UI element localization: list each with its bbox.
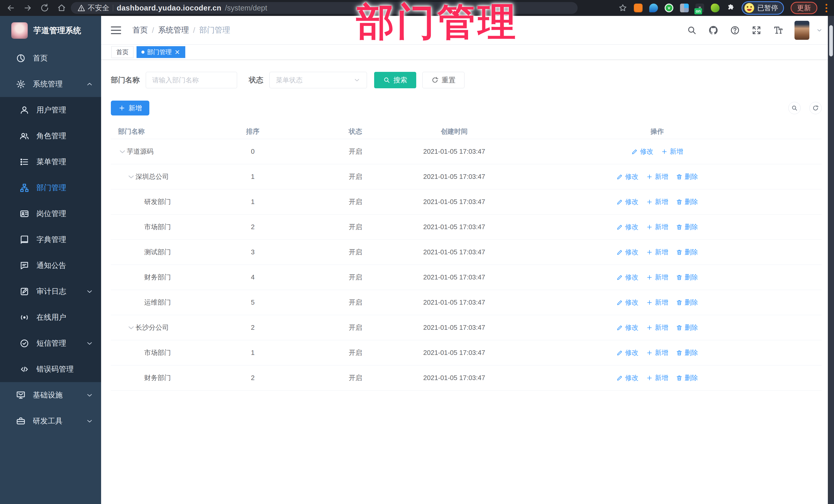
tab-active-view[interactable]: 部门管理: [136, 46, 185, 58]
row-action-add[interactable]: 新增: [646, 222, 668, 232]
sidebar-item-log[interactable]: 审计日志: [0, 279, 101, 304]
v-green-icon[interactable]: v: [665, 4, 673, 12]
sidebar-item-book[interactable]: 字典管理: [0, 226, 101, 253]
sidebar-item-tree[interactable]: 部门管理: [0, 175, 101, 201]
avatar-caret-down-icon[interactable]: [816, 27, 823, 34]
row-action-del[interactable]: 删除: [676, 373, 698, 382]
sidebar-item-code[interactable]: 错误码管理: [0, 356, 101, 382]
help-icon[interactable]: [730, 25, 740, 36]
close-icon[interactable]: [174, 49, 180, 55]
row-action-add[interactable]: 新增: [646, 373, 668, 382]
row-action-del[interactable]: 删除: [676, 348, 698, 357]
row-action-edit[interactable]: 修改: [616, 298, 638, 307]
breadcrumb-separator: /: [152, 26, 154, 35]
scrollbar-thumb[interactable]: [829, 25, 833, 57]
expand-caret-icon[interactable]: [127, 172, 135, 181]
sidebar-item-users[interactable]: 角色管理: [0, 123, 101, 149]
row-action-add[interactable]: 新增: [646, 323, 668, 332]
cell-status: 开启: [295, 348, 416, 357]
row-action-add[interactable]: 新增: [661, 147, 683, 156]
row-action-add[interactable]: 新增: [646, 172, 668, 181]
tab-view[interactable]: 首页: [111, 46, 133, 58]
puzzle-extensions-icon[interactable]: [726, 4, 735, 12]
cell-dept-name: 运维部门: [111, 298, 211, 307]
table-row: 研发部门1开启2021-01-05 17:03:47修改新增删除: [111, 190, 822, 215]
row-action-edit[interactable]: 修改: [616, 373, 638, 382]
row-action-del[interactable]: 删除: [676, 222, 698, 232]
grid-blue-icon[interactable]: [680, 4, 689, 12]
reset-button[interactable]: 重置: [422, 72, 464, 88]
dept-name-input[interactable]: [146, 72, 237, 88]
sidebar-item-online[interactable]: 在线用户: [0, 304, 101, 330]
edit-icon: [616, 299, 623, 306]
chrome-update-button[interactable]: 更新: [791, 2, 817, 14]
browser-reload-icon[interactable]: [40, 3, 49, 13]
cell-dept-name: 长沙分公司: [111, 323, 211, 332]
sidebar-item-tools[interactable]: 研发工具: [0, 408, 101, 434]
onetab-on-icon[interactable]: ≡on: [696, 4, 704, 12]
row-action-edit[interactable]: 修改: [616, 248, 638, 257]
browser-forward-icon[interactable]: [23, 3, 32, 13]
edit-icon: [616, 249, 623, 256]
sidebar-item-badge[interactable]: 岗位管理: [0, 201, 101, 226]
row-action-edit[interactable]: 修改: [616, 273, 638, 282]
refresh-table-button[interactable]: [809, 102, 822, 114]
search-icon[interactable]: [687, 25, 697, 36]
row-action-edit[interactable]: 修改: [616, 172, 638, 181]
row-action-edit[interactable]: 修改: [616, 197, 638, 206]
leaf-green-icon[interactable]: [711, 4, 720, 12]
sidebar-item-list[interactable]: 菜单管理: [0, 149, 101, 175]
search-button[interactable]: 搜索: [374, 72, 416, 88]
bookmark-star-icon[interactable]: [618, 4, 627, 12]
status-select[interactable]: 菜单状态: [269, 72, 367, 88]
sidebar-item-home[interactable]: 首页: [0, 45, 101, 71]
sidebar-item-message[interactable]: 通知公告: [0, 253, 101, 279]
cell-created: 2021-01-05 17:03:47: [416, 198, 493, 206]
add-button[interactable]: 新增: [111, 101, 149, 115]
row-action-del[interactable]: 删除: [676, 197, 698, 206]
row-action-del[interactable]: 删除: [676, 323, 698, 332]
row-action-add[interactable]: 新增: [646, 197, 668, 206]
chrome-menu-icon[interactable]: [824, 4, 829, 12]
browser-home-icon[interactable]: [57, 3, 66, 13]
app-logo-row[interactable]: 芋道管理系统: [0, 16, 101, 45]
not-secure-label[interactable]: 不安全: [78, 3, 109, 13]
row-action-add[interactable]: 新增: [646, 298, 668, 307]
sidebar-item-infra[interactable]: 基础设施: [0, 382, 101, 408]
hamburger-icon[interactable]: [111, 26, 121, 34]
chevron-down-icon: [86, 288, 93, 295]
font-size-icon[interactable]: [773, 25, 783, 36]
row-action-edit[interactable]: 修改: [616, 323, 638, 332]
row-action-edit[interactable]: 修改: [631, 147, 653, 156]
row-action-add[interactable]: 新增: [646, 273, 668, 282]
sidebar-item-sms[interactable]: 短信管理: [0, 330, 101, 356]
row-action-add[interactable]: 新增: [646, 248, 668, 257]
browser-back-icon[interactable]: [6, 3, 15, 13]
cell-actions: 修改新增删除: [493, 273, 822, 282]
browser-profile-pill[interactable]: 已暂停: [742, 1, 784, 15]
expand-caret-icon[interactable]: [118, 147, 127, 156]
adblock-orange-icon[interactable]: [634, 4, 642, 12]
show-search-toggle-button[interactable]: [788, 102, 800, 114]
row-action-del[interactable]: 删除: [676, 248, 698, 257]
row-action-del[interactable]: 删除: [676, 298, 698, 307]
row-action-del[interactable]: 删除: [676, 172, 698, 181]
expand-caret-icon[interactable]: [127, 323, 135, 332]
user-avatar[interactable]: [794, 21, 809, 40]
fullscreen-icon[interactable]: [751, 25, 762, 36]
row-action-add[interactable]: 新增: [646, 348, 668, 357]
map-pin-blue-icon[interactable]: [649, 4, 658, 12]
breadcrumb-system[interactable]: 系统管理: [158, 25, 189, 36]
chevron-up-icon: [86, 80, 93, 88]
sidebar-item-user[interactable]: 用户管理: [0, 97, 101, 123]
sidebar-item-gear[interactable]: 系统管理: [0, 71, 101, 97]
page-scrollbar[interactable]: [828, 16, 834, 504]
row-action-edit[interactable]: 修改: [616, 222, 638, 232]
github-icon[interactable]: [708, 25, 719, 36]
cell-actions: 修改新增删除: [493, 348, 822, 357]
row-action-del[interactable]: 删除: [676, 273, 698, 282]
infra-icon: [16, 390, 26, 400]
breadcrumb-home[interactable]: 首页: [132, 25, 148, 36]
row-action-edit[interactable]: 修改: [616, 348, 638, 357]
edit-icon: [616, 224, 623, 231]
